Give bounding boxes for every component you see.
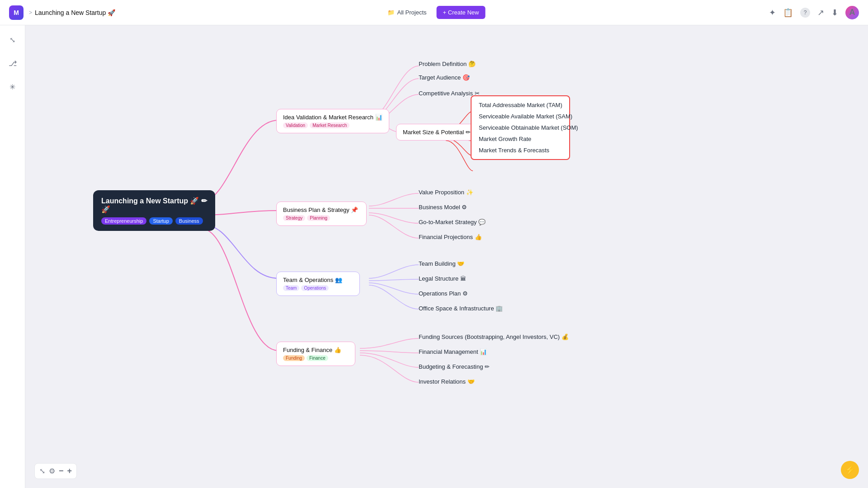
avatar[interactable]: A: [845, 6, 859, 19]
share-icon[interactable]: ↗: [817, 8, 824, 18]
tag-market-research: Market Research: [310, 122, 349, 128]
left-sidebar: ⤡ ⎇ ✳: [0, 25, 25, 488]
team-operations-label: Team & Operations 👥: [283, 277, 353, 283]
header: M > Launching a New Startup 🚀 📁 All Proj…: [0, 0, 868, 25]
create-new-button[interactable]: + Create New: [437, 6, 486, 19]
tag-operations: Operations: [301, 285, 329, 291]
gtm-strategy-node[interactable]: Go-to-Market Strategy 💬: [419, 219, 486, 225]
breadcrumb-chevron: >: [29, 9, 32, 16]
sam-node[interactable]: Serviceable Available Market (SAM): [479, 113, 562, 120]
lightning-icon: ⚡: [844, 465, 856, 475]
value-proposition-node[interactable]: Value Proposition ✨: [419, 189, 473, 196]
sidebar-share-icon[interactable]: ⎇: [5, 56, 20, 70]
folder-icon: 📁: [387, 9, 395, 16]
help-icon[interactable]: ?: [800, 8, 810, 18]
business-model-node[interactable]: Business Model ⚙: [419, 204, 467, 211]
tag-finance: Finance: [307, 355, 328, 361]
breadcrumb: > Launching a New Startup 🚀: [29, 9, 115, 16]
central-node-title: Launching a New Startup 🚀 ✏ 🚀: [101, 197, 207, 214]
header-right-icons: ✦ 📋 ? ↗ ⬇ A: [769, 6, 859, 19]
operations-plan-node[interactable]: Operations Plan ⚙: [419, 290, 468, 297]
som-node[interactable]: Serviceable Obtainable Market (SOM): [479, 124, 562, 131]
market-size-label: Market Size & Potential ✏: [403, 129, 471, 136]
settings-icon[interactable]: ⚙: [49, 467, 55, 475]
competitive-analysis-node[interactable]: Competitive Analysis ✂: [419, 90, 480, 97]
settings-icon[interactable]: ✦: [769, 8, 776, 18]
central-node-tags: Entrepreneurship Startup Business: [101, 217, 207, 225]
office-space-node[interactable]: Office Space & Infrastructure 🏢: [419, 305, 503, 312]
target-audience-node[interactable]: Target Audience 🎯: [419, 74, 470, 81]
all-projects-button[interactable]: 📁 All Projects: [383, 6, 431, 19]
expand-icon[interactable]: ⤡: [39, 467, 45, 475]
problem-definition-node[interactable]: Problem Definition 🤔: [419, 61, 476, 67]
canvas: Launching a New Startup 🚀 ✏ 🚀 Entreprene…: [25, 25, 868, 488]
bottom-controls: ⤡ ⚙ − +: [34, 463, 77, 479]
financial-management-node[interactable]: Financial Management 📊: [419, 348, 487, 355]
document-icon[interactable]: 📋: [783, 8, 793, 18]
tam-node[interactable]: Total Addressable Market (TAM): [479, 102, 562, 108]
funding-finance-tags: Funding Finance: [283, 355, 349, 361]
tag-funding: Funding: [283, 355, 305, 361]
download-icon[interactable]: ⬇: [831, 8, 838, 18]
zoom-out-icon[interactable]: −: [59, 466, 64, 476]
investor-relations-node[interactable]: Investor Relations 🤝: [419, 378, 475, 385]
market-trends-node[interactable]: Market Trends & Forecasts: [479, 147, 562, 154]
market-metrics-box[interactable]: Total Addressable Market (TAM) Serviceab…: [471, 95, 570, 160]
central-node[interactable]: Launching a New Startup 🚀 ✏ 🚀 Entreprene…: [93, 190, 215, 231]
market-size-node[interactable]: Market Size & Potential ✏: [396, 124, 477, 141]
app-logo[interactable]: M: [9, 5, 24, 20]
sidebar-move-icon[interactable]: ⤡: [5, 33, 20, 47]
idea-validation-label: Idea Validation & Market Research 📊: [283, 114, 382, 121]
tag-validation: Validation: [283, 122, 308, 128]
business-plan-tags: Strategy Planning: [283, 215, 360, 221]
tag-strategy: Strategy: [283, 215, 305, 221]
funding-sources-node[interactable]: Funding Sources (Bootstrapping, Angel In…: [419, 333, 569, 340]
funding-finance-label: Funding & Finance 👍: [283, 347, 349, 353]
idea-validation-node[interactable]: Idea Validation & Market Research 📊 Vali…: [276, 109, 389, 133]
budgeting-forecasting-node[interactable]: Budgeting & Forecasting ✏: [419, 363, 490, 370]
center-actions: 📁 All Projects + Create New: [383, 6, 486, 19]
market-growth-rate-node[interactable]: Market Growth Rate: [479, 136, 562, 142]
business-plan-node[interactable]: Business Plan & Strategy 📌 Strategy Plan…: [276, 202, 367, 226]
tag-startup: Startup: [149, 217, 172, 225]
tag-entrepreneurship: Entrepreneurship: [101, 217, 146, 225]
legal-structure-node[interactable]: Legal Structure 🏛: [419, 275, 466, 282]
team-operations-node[interactable]: Team & Operations 👥 Team Operations: [276, 272, 360, 296]
tag-business: Business: [175, 217, 203, 225]
page-title: Launching a New Startup 🚀: [35, 9, 115, 16]
sidebar-star-icon[interactable]: ✳: [5, 80, 20, 94]
tag-planning: Planning: [307, 215, 330, 221]
financial-projections-node[interactable]: Financial Projections 👍: [419, 234, 482, 240]
lightning-button[interactable]: ⚡: [841, 461, 859, 479]
idea-validation-tags: Validation Market Research: [283, 122, 382, 128]
funding-finance-node[interactable]: Funding & Finance 👍 Funding Finance: [276, 342, 355, 366]
tag-team: Team: [283, 285, 299, 291]
business-plan-label: Business Plan & Strategy 📌: [283, 206, 360, 213]
team-building-node[interactable]: Team Building 🤝: [419, 260, 464, 267]
zoom-in-icon[interactable]: +: [67, 466, 72, 476]
team-operations-tags: Team Operations: [283, 285, 353, 291]
